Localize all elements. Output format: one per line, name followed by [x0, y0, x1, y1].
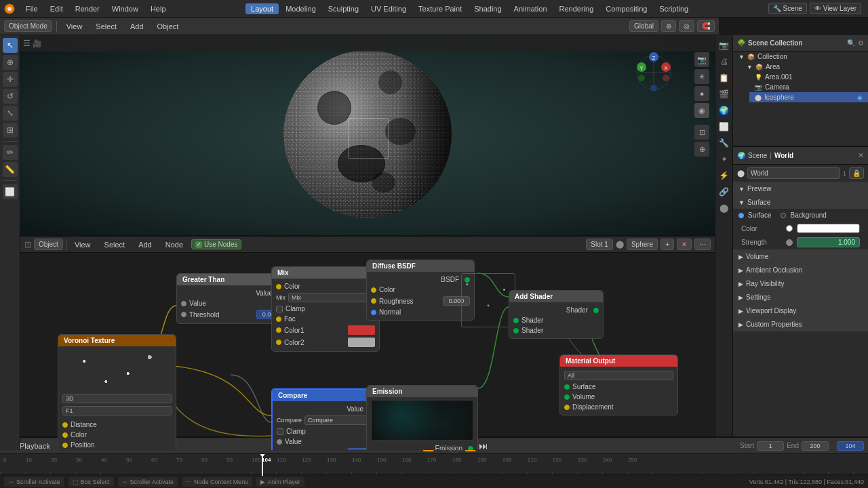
status-box-select[interactable]: ⬚ Box Select: [68, 477, 114, 487]
outliner-collection[interactable]: ▼ 📦 Collection: [733, 52, 868, 62]
mix-dropdown[interactable]: Mix: [288, 293, 375, 302]
compare-node[interactable]: Compare Value Compare Compare Clamp: [271, 388, 380, 450]
background-radio[interactable]: [781, 213, 786, 218]
viewport-camera-icon[interactable]: 🎥: [33, 39, 42, 48]
compare-clamp-cb[interactable]: [277, 428, 283, 435]
node-add-menu[interactable]: Add: [133, 239, 157, 250]
current-frame-value[interactable]: 104: [837, 441, 864, 451]
workspace-uv-editing[interactable]: UV Editing: [366, 3, 412, 14]
node-select-menu[interactable]: Select: [99, 239, 131, 250]
measure-tool[interactable]: 📏: [3, 162, 18, 177]
material-options[interactable]: ⋯: [694, 239, 711, 250]
node-node-menu[interactable]: Node: [160, 239, 189, 250]
color-value-bar[interactable]: [797, 224, 860, 233]
engine-dropdown[interactable]: 🔧 Scene: [768, 3, 807, 14]
world-make-local[interactable]: 🔒: [849, 167, 864, 179]
color1-swatch[interactable]: [348, 325, 375, 335]
workspace-shading[interactable]: Shading: [469, 3, 507, 14]
props-object-icon[interactable]: ⬜: [717, 119, 732, 134]
workspace-animation[interactable]: Animation: [509, 3, 553, 14]
voronoi-texture-node[interactable]: Voronoi Texture 3D F1 Distance: [58, 334, 176, 450]
workspace-scripting[interactable]: Scripting: [654, 3, 694, 14]
mode-dropdown[interactable]: Object Mode: [4, 20, 52, 32]
transform-orientations[interactable]: ⊕: [661, 20, 676, 32]
annotate-tool[interactable]: ✏: [3, 145, 18, 160]
compare-dropdown[interactable]: Compare: [304, 415, 374, 425]
props-render-icon[interactable]: 📷: [717, 38, 732, 53]
node-object-dropdown[interactable]: Object: [34, 239, 63, 250]
clamp-cb[interactable]: [276, 306, 283, 312]
outliner-area[interactable]: ▼ 📦 Area: [741, 62, 868, 72]
slot-dropdown[interactable]: Slot 1: [586, 239, 613, 250]
props-physics-icon[interactable]: ⚡: [717, 168, 732, 183]
surface-radio[interactable]: [738, 213, 744, 218]
settings-section-header[interactable]: ▶ Settings: [733, 291, 868, 304]
world-props-close[interactable]: ✕: [858, 151, 864, 160]
3d-viewport[interactable]: X Y Z 📷 ☀ ● ◉: [20, 35, 715, 235]
ray-visibility-header[interactable]: ▶ Ray Visibility: [733, 277, 868, 290]
emission-node[interactable]: Emission Emission Color: [366, 385, 478, 450]
strength-value[interactable]: 1.000: [797, 237, 860, 247]
start-frame-value[interactable]: 1: [757, 441, 784, 451]
outliner-camera[interactable]: 📷 Camera: [749, 82, 868, 92]
workspace-layout[interactable]: Layout: [245, 3, 279, 14]
material-output-node[interactable]: Material Output All Surface Volume: [559, 354, 678, 415]
viewport-icon-rendered[interactable]: ◉: [694, 103, 709, 118]
add-cube-tool[interactable]: ⬜: [3, 184, 18, 199]
select-tool[interactable]: ↖: [3, 38, 18, 53]
viewport-icon-overlay[interactable]: ⊡: [694, 125, 709, 140]
viewport-display-header[interactable]: ▶ Viewport Display: [733, 304, 868, 317]
select-menu[interactable]: Select: [90, 21, 122, 32]
viewport-icon-camera[interactable]: 📷: [694, 52, 709, 67]
jump-end-btn[interactable]: ⏭: [479, 441, 488, 451]
surface-section-header[interactable]: ▼ Surface: [733, 196, 868, 209]
surface-option[interactable]: Surface: [748, 211, 771, 219]
viewport-icon-gizmo[interactable]: ⊕: [694, 142, 709, 157]
ao-section-header[interactable]: ▶ Ambient Occlusion: [733, 264, 868, 277]
status-scroller-1[interactable]: ↔ Scroller Activate: [4, 477, 64, 487]
custom-properties-header[interactable]: ▶ Custom Properties: [733, 318, 868, 331]
props-constraints-icon[interactable]: 🔗: [717, 184, 732, 199]
scale-tool[interactable]: ⤡: [3, 106, 18, 121]
outliner-search[interactable]: 🔍: [847, 39, 855, 47]
scene-label[interactable]: Scene: [748, 152, 767, 159]
menu-edit[interactable]: Edit: [45, 3, 68, 14]
menu-help[interactable]: Help: [145, 3, 172, 14]
props-particles-icon[interactable]: ✦: [717, 152, 732, 167]
background-option[interactable]: Background: [790, 211, 826, 219]
props-output-icon[interactable]: 🖨: [717, 54, 732, 69]
add-menu[interactable]: Add: [125, 21, 149, 32]
viewport-menu-icon[interactable]: ☰: [23, 39, 31, 48]
workspace-modeling[interactable]: Modeling: [280, 3, 321, 14]
workspace-rendering[interactable]: Rendering: [554, 3, 599, 14]
outliner-icosphere[interactable]: ⬤ Icosphere ◉: [749, 92, 868, 102]
props-view-layer-icon[interactable]: 📋: [717, 70, 732, 85]
color2-swatch[interactable]: [348, 338, 375, 347]
outliner-area-001[interactable]: 💡 Area.001: [749, 72, 868, 82]
diffuse-bsdf-node[interactable]: Diffuse BSDF BSDF Color Roughness 0.000: [366, 260, 475, 321]
voronoi-f1-dropdown[interactable]: F1: [62, 406, 172, 415]
world-name-input[interactable]: World: [747, 167, 840, 179]
menu-file[interactable]: File: [20, 3, 43, 14]
workspace-compositing[interactable]: Compositing: [600, 3, 652, 14]
viewport-icon-sun[interactable]: ☀: [694, 69, 709, 84]
material-new[interactable]: +: [660, 239, 674, 250]
world-label[interactable]: World: [774, 152, 793, 159]
cursor-tool[interactable]: ⊕: [3, 55, 18, 70]
menu-render[interactable]: Render: [70, 3, 105, 14]
mix-node[interactable]: Mix Color Mix Mix Clamp: [271, 266, 380, 352]
workspace-sculpting[interactable]: Sculpting: [323, 3, 364, 14]
playback-dropdown[interactable]: Playback: [14, 441, 56, 451]
viewlayer-dropdown[interactable]: 👁 View Layer: [810, 3, 861, 14]
mat-all-dropdown[interactable]: All: [564, 371, 673, 380]
props-modifier-icon[interactable]: 🔧: [717, 136, 732, 150]
status-scroller-2[interactable]: ↔ Scroller Activate: [118, 477, 178, 487]
nav-gizmo[interactable]: X Y Z: [633, 52, 674, 94]
proportional-edit[interactable]: ◎: [679, 20, 694, 32]
props-material-icon[interactable]: ⬤: [717, 201, 732, 216]
node-view-menu[interactable]: View: [69, 239, 96, 250]
props-scene-icon[interactable]: 🎬: [717, 87, 732, 102]
status-anim-player[interactable]: ▶ Anim Player: [256, 477, 304, 487]
view-menu[interactable]: View: [61, 21, 88, 32]
end-frame-value[interactable]: 200: [802, 441, 829, 451]
